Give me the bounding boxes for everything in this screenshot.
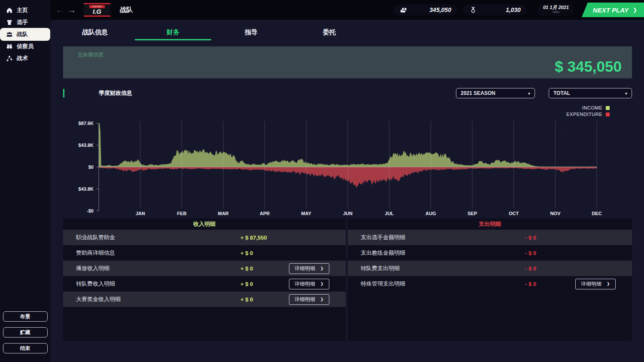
detail-button-label: 详细明细 [295,280,315,288]
sidebar-nav: 主页 选手 战队 侦察员 战术 [0,0,50,64]
balance-amount: $ 345,050 [555,58,622,75]
table-row: 转队费支出明细 - $ 0 [348,261,632,276]
sidebar-item-label: 战术 [17,55,28,62]
team-icon [6,31,13,38]
month-label: NOV [550,211,561,216]
row-value: - $ 0 [525,281,575,287]
detail-button[interactable]: 详细明细 ❯ [289,294,329,305]
balance-label: 总余额信息 [78,51,103,58]
sidebar-item-home[interactable]: 主页 [1,5,49,16]
tab-commission[interactable]: 委托 [290,26,368,40]
row-label: 转队费收入明细 [76,280,240,288]
row-value: - $ 0 [525,234,575,241]
table-row: 特殊管理支出明细 - $ 0 详细明细 ❯ [348,276,632,292]
total-balance-panel: 总余额信息 $ 345,050 [63,46,632,79]
total-dropdown[interactable]: TOTAL ▾ [549,88,632,98]
sidebar-bottom-buttons: 布景 贮藏 结束 [0,311,50,353]
chevron-right-icon: ❯ [607,282,610,286]
month-label: APR [260,211,270,216]
date-underline [553,11,559,13]
month-label: AUG [425,211,436,216]
main-content: 战队信息 财务 指导 委托 总余额信息 $ 345,050 季度财政信息 202… [50,20,644,362]
row-value: + $ 0 [240,250,289,256]
sidebar-item-scouts[interactable]: 侦察员 [1,41,49,52]
tactics-icon [6,55,13,62]
row-label: 转队费支出明细 [361,265,525,272]
y-tick-label: $43.8K [79,143,94,148]
sidebar-item-tactics[interactable]: 战术 [1,53,49,64]
table-row: 赞助商详细信息 + $ 0 [63,245,346,261]
chart-legend: INCOME EXPENDITURE [50,105,610,117]
income-table: 收入明细 职业战队赞助金 + $ 87,550 赞助商详细信息 + $ 0 播放… [63,218,346,341]
month-label: SEP [468,211,477,216]
month-label: FEB [177,211,186,216]
y-tick-label: -$0 [87,208,94,213]
table-row: 播放收入明细 + $ 0 详细明细 ❯ [63,261,346,276]
legend-income: INCOME [582,105,610,110]
detail-button[interactable]: 详细明细 ❯ [289,263,329,274]
row-value: + $ 0 [240,281,289,287]
detail-button[interactable]: 详细明细 ❯ [575,279,616,289]
month-label: JAN [136,211,145,216]
month-label: JUL [385,211,394,216]
row-label: 支出教练金额明细 [361,249,525,257]
current-date: 01 1月 2021 [543,5,569,10]
detail-button[interactable]: 详细明细 ❯ [289,279,329,289]
tab-finance[interactable]: 财务 [134,26,212,40]
chart-filters: 2021 SEASON ▾ TOTAL ▾ [456,88,632,98]
date-display: 01 1月 2021 [538,4,574,16]
sidebar: 主页 选手 战队 侦察员 战术 布景 贮藏 结束 [0,0,50,362]
table-row: 转队费收入明细 + $ 0 详细明细 ❯ [63,276,346,292]
next-play-button[interactable]: NEXT PLAY ❯ [582,3,644,17]
month-label: DEC [592,211,601,216]
row-label: 大赛奖金收入明细 [76,295,240,303]
chevron-right-icon: ❯ [320,282,324,286]
topbar-counters: 345,050 1,030 [394,4,527,15]
row-value: + $ 87,550 [240,234,289,241]
table-row: 支出教练金额明细 - $ 0 [348,245,632,261]
end-button[interactable]: 结束 [3,343,48,353]
chevron-right-icon: ❯ [320,266,324,271]
team-logo: CHINA I.G [84,3,110,17]
row-label: 赞助商详细信息 [76,249,240,257]
topbar: ← → CHINA I.G 战队 345,050 1,030 01 1月 202… [50,0,644,20]
row-label: 特殊管理支出明细 [361,280,525,288]
expenditure-table: 支出明细 支出选手金额明细 - $ 0 支出教练金额明细 - $ 0 转队费支出… [348,218,632,341]
forward-arrow-icon[interactable]: → [66,5,78,15]
tab-team-info[interactable]: 战队信息 [56,26,134,40]
income-table-title: 收入明细 [63,218,346,230]
y-tick-label: $0 [88,164,94,170]
legend-expenditure: EXPENDITURE [566,112,610,117]
tab-bar: 战队信息 财务 指导 委托 [50,26,644,40]
legend-expenditure-label: EXPENDITURE [566,112,602,117]
row-value: + $ 0 [240,296,289,303]
storage-button[interactable]: 贮藏 [3,327,48,338]
chevron-right-icon: ❯ [320,297,324,301]
season-dropdown-value: 2021 SEASON [461,90,495,96]
section-accent-bar [63,89,64,97]
back-arrow-icon[interactable]: ← [54,5,66,15]
sidebar-item-label: 主页 [17,6,28,14]
sidebar-item-players[interactable]: 选手 [1,17,49,28]
detail-button-label: 详细明细 [295,296,315,303]
money-icon [400,6,407,14]
page-title: 战队 [120,6,133,14]
y-tick-label: $87.6K [79,121,94,126]
expenditure-table-title: 支出明细 [348,218,632,230]
sidebar-item-team[interactable]: 战队 [1,29,49,40]
detail-button-label: 详细明细 [295,265,315,272]
row-value: + $ 0 [240,265,289,272]
row-value: - $ 0 [525,250,575,256]
medal-icon [469,6,477,14]
tab-coaching[interactable]: 指导 [212,26,290,40]
month-label: MAR [218,211,228,216]
chevron-down-icon: ▾ [528,91,530,96]
season-dropdown[interactable]: 2021 SEASON ▾ [456,88,535,98]
table-row: 职业战队赞助金 + $ 87,550 [63,230,346,245]
row-label: 播放收入明细 [76,265,240,272]
row-label: 职业战队赞助金 [76,234,240,241]
finance-chart-area: JANFEBMARAPRMAYJUNJULAUGSEPOCTNOVDEC$87.… [63,118,632,217]
row-value: - $ 0 [525,265,575,272]
scenery-button[interactable]: 布景 [3,311,48,322]
legend-income-label: INCOME [582,105,602,110]
